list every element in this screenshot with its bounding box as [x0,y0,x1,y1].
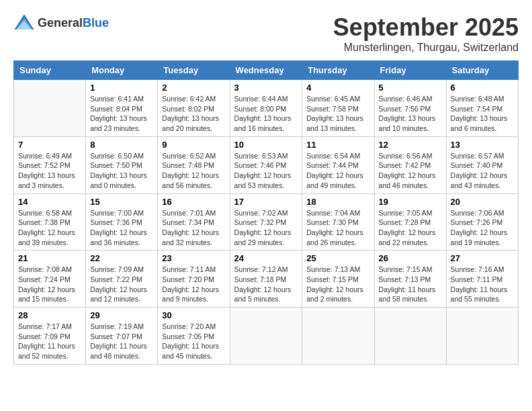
day-info: Sunrise: 7:11 AMSunset: 7:20 PMDaylight:… [162,265,225,304]
day-number: 6 [451,83,514,93]
calendar-cell: 28Sunrise: 7:17 AMSunset: 7:09 PMDayligh… [14,308,86,365]
calendar-cell: 1Sunrise: 6:41 AMSunset: 8:04 PMDaylight… [86,80,158,137]
calendar-cell: 14Sunrise: 6:58 AMSunset: 7:38 PMDayligh… [14,193,86,250]
month-title: September 2025 [333,13,519,42]
weekday-header-thursday: Thursday [302,61,374,80]
calendar-week-row: 21Sunrise: 7:08 AMSunset: 7:24 PMDayligh… [14,250,519,308]
calendar-week-row: 14Sunrise: 6:58 AMSunset: 7:38 PMDayligh… [14,193,519,250]
day-number: 14 [18,197,81,207]
day-info: Sunrise: 6:56 AMSunset: 7:42 PMDaylight:… [379,151,442,191]
calendar-cell: 21Sunrise: 7:08 AMSunset: 7:24 PMDayligh… [14,250,86,308]
day-info: Sunrise: 6:58 AMSunset: 7:38 PMDaylight:… [18,208,81,248]
day-info: Sunrise: 7:04 AMSunset: 7:30 PMDaylight:… [306,208,369,248]
calendar-cell: 19Sunrise: 7:05 AMSunset: 7:28 PMDayligh… [374,193,446,250]
day-number: 30 [162,310,225,320]
day-info: Sunrise: 7:00 AMSunset: 7:36 PMDaylight:… [90,208,153,248]
calendar-cell: 5Sunrise: 6:46 AMSunset: 7:56 PMDaylight… [374,80,446,137]
day-info: Sunrise: 7:01 AMSunset: 7:34 PMDaylight:… [162,208,225,248]
day-number: 13 [451,140,514,150]
calendar-cell: 8Sunrise: 6:50 AMSunset: 7:50 PMDaylight… [86,136,158,193]
calendar-cell: 30Sunrise: 7:20 AMSunset: 7:05 PMDayligh… [158,308,230,365]
calendar-cell: 20Sunrise: 7:06 AMSunset: 7:26 PMDayligh… [446,193,518,250]
day-info: Sunrise: 6:46 AMSunset: 7:56 PMDaylight:… [379,94,442,134]
calendar-cell: 3Sunrise: 6:44 AMSunset: 8:00 PMDaylight… [230,80,302,137]
calendar-cell: 24Sunrise: 7:12 AMSunset: 7:18 PMDayligh… [230,250,302,308]
day-info: Sunrise: 7:17 AMSunset: 7:09 PMDaylight:… [18,322,81,361]
weekday-header-saturday: Saturday [446,61,518,80]
logo-icon [13,13,35,32]
calendar-cell: 6Sunrise: 6:48 AMSunset: 7:54 PMDaylight… [446,80,518,137]
day-info: Sunrise: 7:09 AMSunset: 7:22 PMDaylight:… [90,265,153,304]
calendar-cell: 16Sunrise: 7:01 AMSunset: 7:34 PMDayligh… [158,193,230,250]
day-number: 26 [379,253,442,263]
day-info: Sunrise: 7:06 AMSunset: 7:26 PMDaylight:… [451,208,514,248]
day-info: Sunrise: 6:44 AMSunset: 8:00 PMDaylight:… [234,94,298,134]
day-info: Sunrise: 6:41 AMSunset: 8:04 PMDaylight:… [90,94,153,134]
day-info: Sunrise: 6:52 AMSunset: 7:48 PMDaylight:… [162,151,225,191]
weekday-header-wednesday: Wednesday [230,61,302,80]
page-header: GeneralBlue September 2025 Munsterlingen… [13,13,519,54]
day-number: 16 [162,197,225,207]
day-info: Sunrise: 7:08 AMSunset: 7:24 PMDaylight:… [18,265,81,304]
day-number: 29 [90,310,153,320]
calendar-cell: 11Sunrise: 6:54 AMSunset: 7:44 PMDayligh… [302,136,374,193]
day-info: Sunrise: 6:45 AMSunset: 7:58 PMDaylight:… [306,94,369,134]
day-number: 19 [379,197,442,207]
day-info: Sunrise: 6:49 AMSunset: 7:52 PMDaylight:… [18,151,81,191]
calendar-cell: 29Sunrise: 7:19 AMSunset: 7:07 PMDayligh… [86,308,158,365]
calendar-cell: 18Sunrise: 7:04 AMSunset: 7:30 PMDayligh… [302,193,374,250]
day-info: Sunrise: 7:13 AMSunset: 7:15 PMDaylight:… [306,265,369,304]
day-number: 12 [379,140,442,150]
day-number: 24 [234,253,298,263]
day-number: 23 [162,253,225,263]
location-title: Munsterlingen, Thurgau, Switzerland [333,42,519,54]
weekday-header-sunday: Sunday [14,61,86,80]
day-info: Sunrise: 6:54 AMSunset: 7:44 PMDaylight:… [306,151,369,191]
calendar-cell: 23Sunrise: 7:11 AMSunset: 7:20 PMDayligh… [158,250,230,308]
calendar-cell: 17Sunrise: 7:02 AMSunset: 7:32 PMDayligh… [230,193,302,250]
day-number: 9 [162,140,225,150]
day-info: Sunrise: 6:48 AMSunset: 7:54 PMDaylight:… [451,94,514,134]
day-number: 7 [18,140,81,150]
day-info: Sunrise: 7:05 AMSunset: 7:28 PMDaylight:… [379,208,442,248]
calendar-cell: 22Sunrise: 7:09 AMSunset: 7:22 PMDayligh… [86,250,158,308]
day-number: 18 [306,197,369,207]
calendar-cell: 15Sunrise: 7:00 AMSunset: 7:36 PMDayligh… [86,193,158,250]
calendar-cell [14,80,86,137]
calendar-cell: 26Sunrise: 7:15 AMSunset: 7:13 PMDayligh… [374,250,446,308]
calendar-cell [446,308,518,365]
calendar-cell: 9Sunrise: 6:52 AMSunset: 7:48 PMDaylight… [158,136,230,193]
day-info: Sunrise: 7:20 AMSunset: 7:05 PMDaylight:… [162,322,225,361]
calendar-table: SundayMondayTuesdayWednesdayThursdayFrid… [13,60,519,365]
weekday-header-friday: Friday [374,61,446,80]
calendar-cell [374,308,446,365]
calendar-header-row: SundayMondayTuesdayWednesdayThursdayFrid… [14,61,519,80]
day-info: Sunrise: 6:50 AMSunset: 7:50 PMDaylight:… [90,151,153,191]
day-number: 20 [451,197,514,207]
day-number: 1 [90,83,153,93]
day-number: 28 [18,310,81,320]
day-number: 11 [306,140,369,150]
day-number: 17 [234,197,298,207]
day-number: 15 [90,197,153,207]
title-area: September 2025 Munsterlingen, Thurgau, S… [333,13,519,54]
day-number: 4 [306,83,369,93]
day-number: 27 [451,253,514,263]
day-number: 10 [234,140,298,150]
weekday-header-tuesday: Tuesday [158,61,230,80]
calendar-cell: 10Sunrise: 6:53 AMSunset: 7:46 PMDayligh… [230,136,302,193]
logo: GeneralBlue [13,13,109,32]
weekday-header-monday: Monday [86,61,158,80]
day-info: Sunrise: 7:12 AMSunset: 7:18 PMDaylight:… [234,265,298,304]
calendar-week-row: 1Sunrise: 6:41 AMSunset: 8:04 PMDaylight… [14,80,519,137]
calendar-cell: 12Sunrise: 6:56 AMSunset: 7:42 PMDayligh… [374,136,446,193]
day-info: Sunrise: 7:19 AMSunset: 7:07 PMDaylight:… [90,322,153,361]
day-info: Sunrise: 6:42 AMSunset: 8:02 PMDaylight:… [162,94,225,134]
day-info: Sunrise: 7:15 AMSunset: 7:13 PMDaylight:… [379,265,442,304]
calendar-cell: 13Sunrise: 6:57 AMSunset: 7:40 PMDayligh… [446,136,518,193]
day-info: Sunrise: 7:02 AMSunset: 7:32 PMDaylight:… [234,208,298,248]
day-number: 25 [306,253,369,263]
calendar-cell: 4Sunrise: 6:45 AMSunset: 7:58 PMDaylight… [302,80,374,137]
day-info: Sunrise: 7:16 AMSunset: 7:11 PMDaylight:… [451,265,514,304]
day-number: 2 [162,83,225,93]
